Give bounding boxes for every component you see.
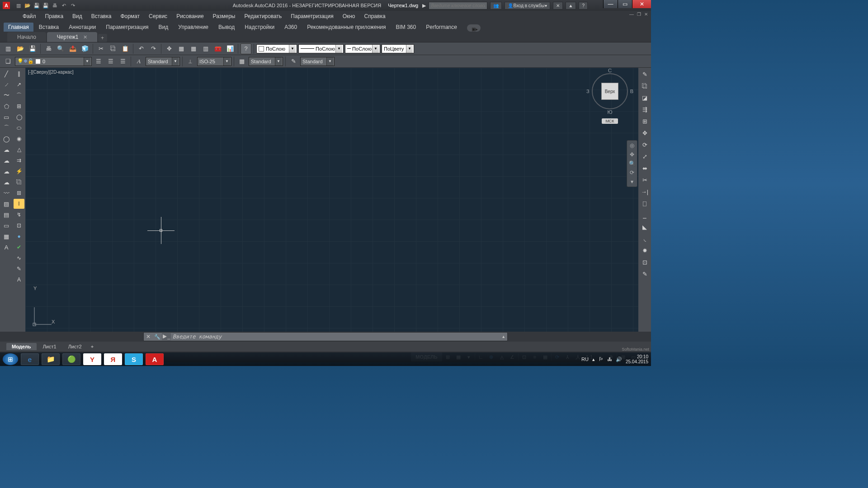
tab-model[interactable]: Модель — [6, 343, 37, 350]
dimstyle-combo[interactable]: ISO-25 — [197, 57, 231, 66]
scale-icon[interactable]: ⤢ — [639, 151, 650, 162]
move-icon[interactable]: ✥ — [639, 127, 650, 138]
polygon-icon[interactable]: ⬠ — [1, 101, 12, 111]
join-icon[interactable]: ⎯ — [639, 210, 650, 221]
search-input[interactable] — [429, 2, 487, 9]
arc2-icon[interactable]: ⌒ — [14, 90, 24, 100]
filetab-add-button[interactable]: + — [98, 34, 107, 42]
cmd-options-icon[interactable]: 🔧 — [153, 334, 162, 340]
erase-icon[interactable]: ✎ — [639, 69, 650, 80]
offset2-icon[interactable]: ⇶ — [639, 104, 650, 115]
cut-icon[interactable]: ✂ — [95, 43, 106, 54]
annot-icon[interactable]: A — [14, 275, 24, 285]
linetype-combo[interactable]: ПоСлою — [298, 44, 344, 53]
layer-iso-icon[interactable]: ☰ — [118, 56, 128, 67]
ribbon-minimize-icon[interactable]: ▣▸ — [467, 24, 481, 32]
taskbtn-yandex[interactable]: Y — [83, 353, 101, 365]
viewcube-n[interactable]: С — [608, 68, 612, 73]
line-icon[interactable]: ╱ — [1, 69, 12, 79]
qat-undo-icon[interactable]: ↶ — [60, 2, 68, 9]
chamfer-icon[interactable]: ◣ — [639, 221, 650, 232]
mirror-icon[interactable]: ◪ — [639, 92, 650, 103]
text2-icon[interactable]: I — [14, 199, 24, 209]
dim-icon[interactable]: ⟂ — [185, 56, 196, 67]
cmd-history-icon[interactable]: ▲ — [501, 334, 505, 339]
tray-lang[interactable]: RU — [581, 357, 589, 362]
viewcube-wcs[interactable]: МСК — [602, 118, 618, 124]
revcloud4-icon[interactable]: ☁ — [1, 177, 12, 187]
qat-saveas-icon[interactable]: 💾 — [42, 2, 50, 9]
menu-file[interactable]: Файл — [18, 11, 41, 22]
viewcube-w[interactable]: З — [586, 89, 590, 94]
layer-combo[interactable]: 💡❄🔓 0 — [15, 57, 92, 66]
revcloud3-icon[interactable]: ☁ — [1, 166, 12, 176]
pedit-icon[interactable]: ↯ — [14, 210, 24, 220]
signin-button[interactable]: 👤 Вход в службы ▾ — [505, 2, 550, 9]
taskbtn-ie[interactable]: e — [21, 353, 39, 365]
color-combo[interactable]: ПоСлою — [256, 44, 297, 53]
trim-icon[interactable]: ✂ — [639, 174, 650, 185]
nav-show-icon[interactable]: ▾ — [631, 178, 633, 185]
check-icon[interactable]: ✔ — [14, 242, 24, 252]
mleaderstyle-combo[interactable]: Standard — [300, 57, 335, 66]
mline-icon[interactable]: ‖ — [14, 69, 24, 79]
menu-tools[interactable]: Сервис — [144, 11, 172, 22]
layer-state-icon[interactable]: ☰ — [93, 56, 104, 67]
copy-icon[interactable]: ⿻ — [108, 43, 118, 54]
grip-icon[interactable]: ⊡ — [639, 257, 650, 267]
redo-icon[interactable]: ↷ — [148, 43, 159, 54]
menu-window[interactable]: Окно — [338, 11, 360, 22]
tray-vol-icon[interactable]: 🔊 — [616, 357, 622, 362]
infocenter-icon[interactable]: 👥 — [490, 2, 502, 9]
menu-insert[interactable]: Вставка — [87, 11, 116, 22]
tab-insert[interactable]: Вставка — [34, 23, 64, 32]
save-icon[interactable]: 💾 — [27, 43, 38, 54]
region-icon[interactable]: ▭ — [1, 221, 12, 230]
sheet-icon[interactable]: ▥ — [200, 43, 211, 54]
lineweight-combo[interactable]: ПоСлою — [345, 44, 380, 53]
hatch-icon[interactable]: ▨ — [1, 199, 12, 209]
taskbtn-skype[interactable]: S — [125, 353, 143, 365]
doc-restore-icon[interactable]: ❐ — [636, 12, 642, 17]
viewcube-s[interactable]: Ю — [607, 109, 612, 115]
layer-prev-icon[interactable]: ☰ — [105, 56, 116, 67]
tab-add-layout[interactable]: + — [88, 343, 96, 350]
tab-manage[interactable]: Управление — [174, 23, 213, 32]
qat-save-icon[interactable]: 💾 — [33, 2, 41, 9]
explode-icon[interactable]: ✸ — [639, 245, 650, 256]
viewcube-e[interactable]: В — [630, 89, 633, 94]
nav-pan-icon[interactable]: ✥ — [630, 151, 634, 158]
textstyle-combo[interactable]: Standard — [146, 57, 180, 66]
pan-icon[interactable]: ✥ — [164, 43, 175, 54]
nav-zoom-icon[interactable]: 🔍 — [629, 160, 636, 167]
tab-parametric[interactable]: Параметризация — [101, 23, 153, 32]
table-icon[interactable]: ▦ — [236, 56, 247, 67]
taskbtn-explorer[interactable]: 📁 — [42, 353, 60, 365]
draw2-icon[interactable]: ✎ — [14, 264, 24, 274]
filetab-start[interactable]: Начало — [7, 32, 46, 42]
open-icon[interactable]: 📂 — [15, 43, 26, 54]
tab-annotate[interactable]: Аннотации — [64, 23, 100, 32]
command-line[interactable]: ✕ 🔧 ⯈_ Введите команду ▲ — [143, 332, 508, 341]
stretch-icon[interactable]: ⬌ — [639, 163, 650, 174]
tab-a360[interactable]: A360 — [280, 23, 302, 32]
plotstyle-combo[interactable]: ПоЦвету — [382, 44, 414, 53]
tab-addins[interactable]: Надстройки — [240, 23, 279, 32]
block-icon[interactable]: ⊞ — [14, 101, 24, 111]
menu-help[interactable]: Справка — [360, 11, 390, 22]
tab-featured[interactable]: Рекомендованные приложения — [302, 23, 390, 32]
preview-icon[interactable]: 🔍 — [55, 43, 66, 54]
drawing-canvas[interactable]: [-][Сверху][2D-каркас] Y X С Ю З В Верх … — [25, 68, 638, 332]
qat-print-icon[interactable]: 🖶 — [51, 2, 59, 9]
tools-icon[interactable]: 🧰 — [212, 43, 223, 54]
layer-props-icon[interactable]: ❑ — [3, 56, 14, 67]
arc-icon[interactable]: ⌒ — [1, 123, 12, 133]
edit-icon[interactable]: ✎ — [639, 268, 650, 279]
taskbtn-autocad[interactable]: A — [146, 353, 164, 365]
tray-up-icon[interactable]: ▴ — [592, 357, 595, 362]
donut-icon[interactable]: ◉ — [14, 134, 24, 144]
calc-icon[interactable]: 📊 — [225, 43, 236, 54]
rect-icon[interactable]: ▭ — [1, 112, 12, 122]
text-icon[interactable]: A — [133, 56, 144, 67]
tab-layout1[interactable]: Лист1 — [38, 343, 62, 350]
